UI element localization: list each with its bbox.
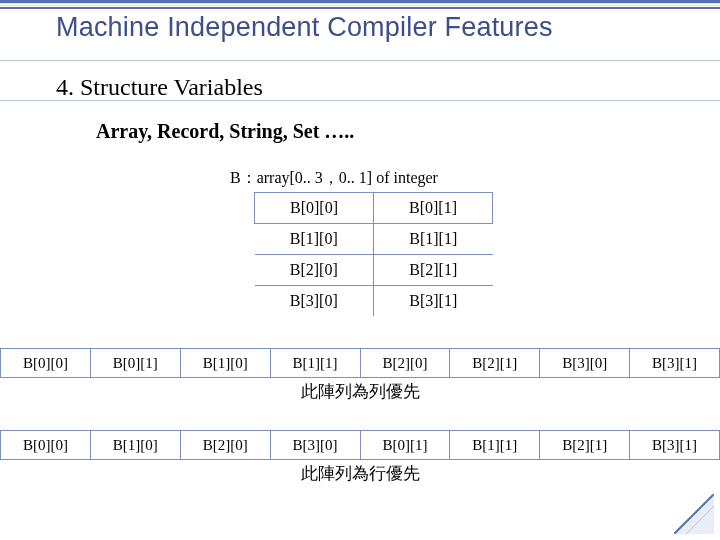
seq-cell: B[3][0] — [540, 349, 630, 378]
seq-cell: B[0][1] — [360, 431, 450, 460]
seq-cell: B[0][0] — [1, 431, 91, 460]
seq-cell: B[1][1] — [270, 349, 360, 378]
sequence-table: B[0][0] B[0][1] B[1][0] B[1][1] B[2][0] … — [0, 348, 720, 378]
matrix-cell: B[0][1] — [374, 193, 493, 224]
section-number: 4. — [56, 74, 74, 100]
seq-cell: B[0][1] — [90, 349, 180, 378]
subheading: Array, Record, String, Set ….. — [96, 120, 354, 143]
rule-line — [0, 60, 720, 61]
slide-title: Machine Independent Compiler Features — [56, 12, 553, 43]
matrix-cell: B[2][0] — [255, 255, 374, 286]
header-rule — [0, 0, 720, 9]
sequence-caption: 此陣列為列優先 — [0, 380, 720, 403]
col-major-sequence: B[0][0] B[1][0] B[2][0] B[3][0] B[0][1] … — [0, 430, 720, 485]
array-declaration: B：array[0.. 3，0.. 1] of integer — [230, 168, 438, 189]
sequence-caption: 此陣列為行優先 — [0, 462, 720, 485]
seq-cell: B[1][0] — [90, 431, 180, 460]
seq-cell: B[2][1] — [450, 349, 540, 378]
row-major-sequence: B[0][0] B[0][1] B[1][0] B[1][1] B[2][0] … — [0, 348, 720, 403]
seq-cell: B[2][0] — [180, 431, 270, 460]
section-label: Structure Variables — [80, 74, 263, 100]
matrix-cell: B[3][1] — [374, 286, 493, 317]
matrix-table: B[0][0] B[0][1] B[1][0] B[1][1] B[2][0] … — [254, 192, 493, 316]
seq-cell: B[2][1] — [540, 431, 630, 460]
matrix-cell: B[1][0] — [255, 224, 374, 255]
seq-cell: B[1][1] — [450, 431, 540, 460]
matrix-cell: B[2][1] — [374, 255, 493, 286]
matrix-cell: B[3][0] — [255, 286, 374, 317]
seq-cell: B[3][0] — [270, 431, 360, 460]
seq-cell: B[0][0] — [1, 349, 91, 378]
sequence-table: B[0][0] B[1][0] B[2][0] B[3][0] B[0][1] … — [0, 430, 720, 460]
matrix-cell: B[1][1] — [374, 224, 493, 255]
section-heading: 4. Structure Variables — [56, 74, 263, 101]
seq-cell: B[2][0] — [360, 349, 450, 378]
seq-cell: B[3][1] — [630, 349, 720, 378]
seq-cell: B[3][1] — [630, 431, 720, 460]
matrix-cell: B[0][0] — [255, 193, 374, 224]
page-corner-icon — [674, 494, 714, 534]
seq-cell: B[1][0] — [180, 349, 270, 378]
